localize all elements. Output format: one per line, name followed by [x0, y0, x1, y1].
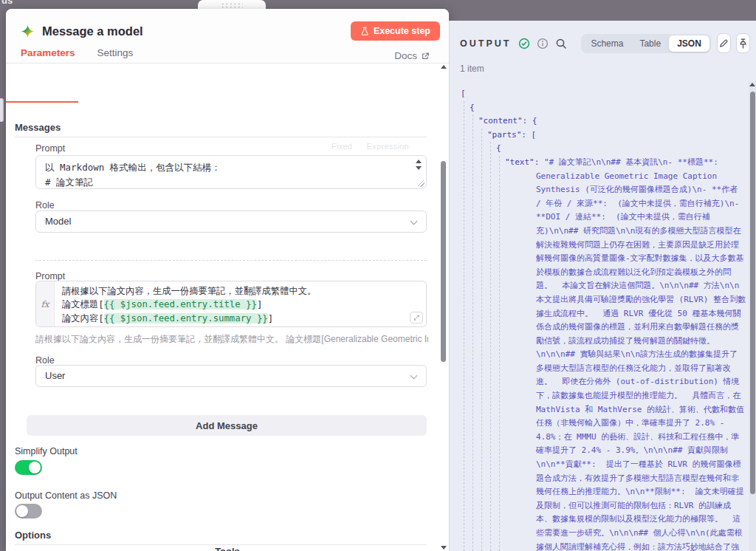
- fixed-expression-ghost-toggle: Fixed Expression: [331, 142, 409, 151]
- json-key-text: "text":: [505, 157, 544, 167]
- expr-line-1: 請根據以下論文內容，生成一份摘要筆記，並翻譯成繁體中文。: [62, 284, 419, 298]
- tools-section-label-clipped: Tools: [215, 546, 240, 551]
- pin-icon: [738, 38, 748, 49]
- output-content-json-label: Output Content as JSON: [15, 490, 117, 501]
- output-items-count: 1 item: [460, 64, 484, 74]
- prompt-expression-editor[interactable]: fx 請根據以下論文內容，生成一份摘要筆記，並翻譯成繁體中文。 論文標題[{{ …: [35, 281, 427, 327]
- indent-guide: [499, 156, 500, 551]
- json-line: [: [461, 87, 746, 101]
- search-icon[interactable]: [555, 38, 567, 49]
- edit-output-button[interactable]: [717, 33, 731, 53]
- output-header: OUTPUT Schema Table JSON: [450, 21, 756, 53]
- json-value-text: "# 論文筆記\n\n## 基本資訊\n- **標題**: Generaliza…: [536, 157, 746, 551]
- chevron-down-icon: [410, 218, 418, 225]
- prompt-textarea-1[interactable]: 以 Markdown 格式輸出，包含以下結構： # 論文筆記: [35, 155, 427, 189]
- indent-guide: [490, 142, 491, 551]
- role-select-2[interactable]: User: [35, 365, 427, 387]
- external-link-icon: [421, 52, 430, 61]
- execute-step-button[interactable]: Execute step: [351, 21, 440, 41]
- expr-line-3: 論文內容[{{ $json.feed.entry.summary }}]: [62, 312, 419, 325]
- prompt1-line1: 以 Markdown 格式輸出，包含以下結構：: [45, 160, 405, 175]
- canvas-node-label-fragment: us: [1, 0, 13, 6]
- indent-guide: [472, 114, 473, 551]
- json-line: "content": {: [461, 114, 746, 129]
- background-panel-sliver: [0, 98, 4, 122]
- output-panel: OUTPUT Schema Table JSON 1 item: [449, 21, 756, 551]
- scroll-up-arrow[interactable]: [749, 83, 755, 86]
- messages-section-label: Messages: [15, 122, 61, 133]
- gemini-star-icon: [21, 24, 35, 38]
- options-section-label: Options: [15, 530, 51, 541]
- json-line: {: [461, 101, 746, 115]
- scroll-down-arrow[interactable]: [441, 546, 447, 550]
- view-tab-json[interactable]: JSON: [669, 35, 709, 52]
- json-line: {: [461, 142, 746, 156]
- chevron-down-icon: [410, 372, 418, 380]
- prompt-label-1: Prompt: [35, 143, 65, 154]
- pencil-icon: [718, 38, 729, 49]
- node-header: Message a model Execute step Parameters …: [6, 9, 449, 64]
- role-select-1[interactable]: Model: [35, 211, 427, 233]
- expression-title-token: {{ $json.feed.entry.title }}: [104, 299, 257, 309]
- tab-parameters[interactable]: Parameters: [21, 47, 75, 64]
- fx-badge: fx: [36, 281, 55, 326]
- json-text-field: "text": "# 論文筆記\n\n## 基本資訊\n- **標題**: Ge…: [461, 156, 746, 551]
- tab-settings[interactable]: Settings: [97, 47, 134, 64]
- node-title: Message a model: [42, 24, 143, 38]
- add-message-button[interactable]: Add Message: [27, 415, 427, 436]
- role-label-1: Role: [35, 200, 55, 211]
- view-tab-schema[interactable]: Schema: [583, 35, 631, 52]
- docs-link[interactable]: Docs: [394, 50, 430, 61]
- expression-preview: 請根據以下論文內容，生成一份摘要筆記，並翻譯成繁體中文。 論文標題[Genera…: [35, 333, 428, 346]
- view-tab-table[interactable]: Table: [631, 35, 669, 52]
- output-scrollbar[interactable]: [749, 81, 756, 551]
- expression-summary-token: {{ $json.feed.entry.summary }}: [104, 313, 268, 324]
- run-success-icon: [518, 38, 530, 49]
- role-label-2: Role: [35, 355, 55, 366]
- output-json-view[interactable]: [ { "content": { "parts": [ { "text": "#…: [461, 87, 746, 551]
- simplify-output-toggle[interactable]: [15, 460, 42, 475]
- textarea-resize-grip[interactable]: [418, 180, 425, 187]
- indent-guide: [481, 129, 482, 551]
- output-content-json-toggle[interactable]: [15, 504, 42, 519]
- scroll-up-arrow[interactable]: [441, 65, 447, 69]
- open-expression-editor-button[interactable]: ⤢: [410, 312, 423, 324]
- flask-icon: [360, 27, 369, 36]
- output-view-switcher: Schema Table JSON: [581, 34, 710, 53]
- parameters-scroll-area: Messages Prompt Fixed Expression 以 Markd…: [6, 64, 439, 551]
- output-title: OUTPUT: [460, 38, 511, 49]
- parameters-scrollbar[interactable]: [439, 65, 448, 550]
- message-divider: [35, 260, 427, 261]
- node-settings-panel: Message a model Execute step Parameters …: [6, 9, 449, 551]
- scrollbar-thumb[interactable]: [441, 161, 446, 362]
- prompt-label-2: Prompt: [35, 271, 65, 281]
- expr-line-2: 論文標題[{{ $json.feed.entry.title }}]: [62, 298, 419, 311]
- pin-data-button[interactable]: [736, 33, 750, 53]
- drag-dots-icon: [221, 2, 243, 8]
- prompt1-line2-clipped: # 論文筆記: [45, 175, 405, 189]
- simplify-output-label: Simplify Output: [15, 446, 78, 456]
- json-line: "parts": [: [461, 129, 746, 143]
- textarea-scroll-arrows[interactable]: [416, 160, 422, 170]
- indent-guide: [464, 101, 464, 551]
- scrollbar-thumb[interactable]: [750, 92, 755, 494]
- info-icon[interactable]: [537, 38, 549, 49]
